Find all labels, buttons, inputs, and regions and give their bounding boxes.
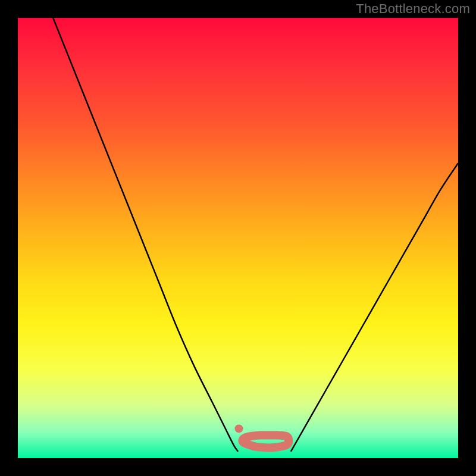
plot-area: [18, 18, 458, 458]
plateau-dot-marker: [234, 424, 243, 433]
left-curve-path: [53, 18, 238, 452]
plateau-path: [242, 435, 289, 447]
chart-svg: [18, 18, 458, 458]
chart-frame: TheBottleneck.com: [0, 0, 476, 476]
watermark-text: TheBottleneck.com: [356, 1, 470, 17]
right-curve-path: [291, 163, 458, 452]
